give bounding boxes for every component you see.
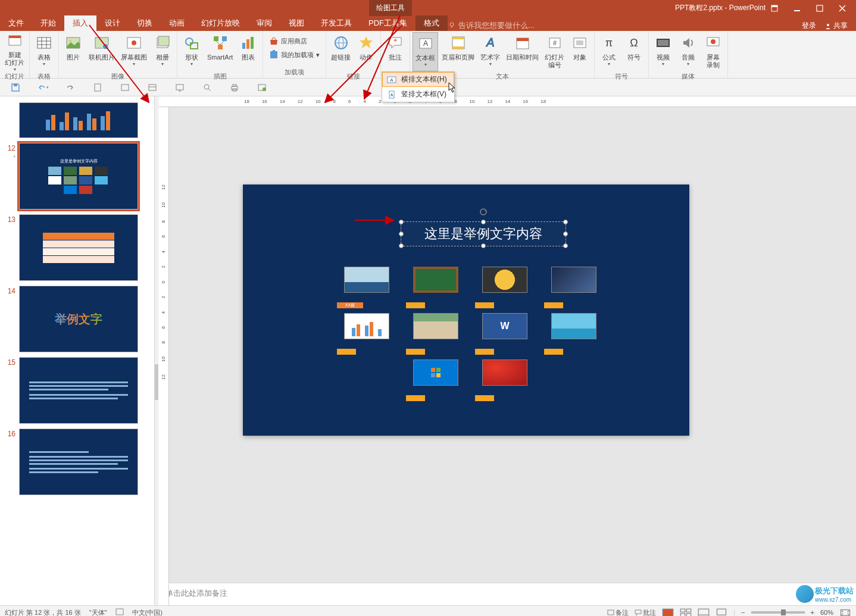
slide-thumbnails-panel[interactable]: 12* 这里是举例文字内容 13 14 举例文字 15 16: [0, 96, 155, 605]
slide-canvas[interactable]: 这里是举例文字内容 XX摄: [243, 185, 689, 436]
share-button[interactable]: 共享: [824, 21, 848, 31]
slide-number-icon: #: [545, 33, 564, 52]
tab-view[interactable]: 视图: [280, 15, 313, 31]
zoom-slider[interactable]: [751, 611, 805, 614]
slide-image[interactable]: [551, 313, 611, 351]
svg-rect-91: [365, 326, 368, 336]
new-slide-button[interactable]: 新建幻灯片▾: [2, 32, 27, 71]
maximize-icon[interactable]: [811, 2, 829, 14]
textbox-button[interactable]: A文本框▾: [413, 32, 438, 71]
resize-handle[interactable]: [399, 220, 404, 224]
minimize-icon[interactable]: [788, 2, 806, 14]
slide-image[interactable]: [482, 359, 542, 398]
table-button[interactable]: 表格▾: [32, 32, 56, 71]
close-icon[interactable]: [833, 2, 851, 14]
svg-rect-104: [663, 609, 673, 616]
selected-textbox[interactable]: 这里是举例文字内容: [401, 221, 566, 246]
ribbon-display-options-icon[interactable]: [766, 2, 783, 14]
lightbulb-icon: [448, 21, 456, 30]
reading-view-button[interactable]: [698, 608, 710, 616]
title-bar: PPT教程2.pptx - PowerPoint 绘图工具: [0, 0, 856, 16]
svg-rect-81: [65, 112, 69, 130]
zoom-level[interactable]: 60%: [820, 609, 833, 616]
slide-image[interactable]: W: [482, 313, 542, 351]
video-icon: [654, 33, 673, 52]
tab-review[interactable]: 审阅: [248, 15, 280, 31]
vertical-textbox-item[interactable]: A 竖排文本框(V): [382, 87, 454, 102]
annotation-arrow: [352, 214, 399, 226]
notes-pane[interactable]: 单击此处添加备注: [158, 583, 856, 605]
slide-image[interactable]: [344, 313, 404, 351]
header-footer-icon: [449, 33, 468, 52]
svg-rect-10: [9, 36, 21, 38]
svg-rect-1: [771, 5, 777, 7]
svg-rect-103: [608, 610, 614, 615]
svg-rect-90: [357, 324, 360, 336]
slide-image[interactable]: [482, 267, 542, 305]
slide-image[interactable]: XX摄: [344, 267, 404, 305]
datetime-button[interactable]: 日期和时间: [504, 32, 541, 71]
thumbnail[interactable]: 12* 这里是举例文字内容: [0, 140, 154, 212]
resize-handle[interactable]: [563, 220, 568, 224]
group-slides-label: 幻灯片: [2, 71, 27, 82]
screen-record-button[interactable]: 屏幕录制: [701, 32, 725, 71]
rotate-handle[interactable]: [479, 204, 488, 212]
slide-number-button[interactable]: #幻灯片编号: [542, 32, 567, 71]
login-link[interactable]: 登录: [802, 21, 816, 31]
tell-me-search[interactable]: 告诉我您想要做什么...: [448, 20, 535, 31]
language-indicator[interactable]: 中文(中国): [132, 608, 163, 617]
video-button[interactable]: 视频▾: [651, 32, 675, 71]
save-button[interactable]: [10, 82, 21, 93]
zoom-slider-thumb[interactable]: [781, 609, 786, 615]
annotation-arrow: [83, 19, 238, 138]
symbol-button[interactable]: Ω符号: [622, 32, 646, 71]
horizontal-textbox-item[interactable]: A 横排文本框(H): [382, 72, 454, 87]
comments-toggle[interactable]: 批注: [635, 608, 656, 617]
resize-handle[interactable]: [399, 232, 404, 236]
slide-image[interactable]: [413, 359, 473, 398]
equation-button[interactable]: π公式▾: [597, 32, 621, 71]
picture-button[interactable]: 图片: [61, 32, 85, 71]
resize-handle[interactable]: [481, 220, 486, 224]
resize-handle[interactable]: [563, 232, 568, 236]
audio-button[interactable]: 音频▾: [676, 32, 700, 71]
equation-icon: π: [599, 33, 618, 52]
redo-button[interactable]: [64, 82, 76, 93]
tab-format[interactable]: 格式: [415, 15, 448, 31]
tab-home[interactable]: 开始: [32, 15, 64, 31]
slide-image[interactable]: [413, 313, 473, 351]
notes-toggle[interactable]: 备注: [607, 608, 629, 617]
wordart-button[interactable]: A艺术字▾: [478, 32, 502, 71]
spellcheck-icon[interactable]: [115, 608, 124, 616]
slide-image[interactable]: [413, 267, 473, 305]
undo-button[interactable]: ▾: [37, 82, 49, 93]
tab-file[interactable]: 文件: [0, 15, 32, 31]
resize-handle[interactable]: [481, 243, 486, 248]
svg-rect-31: [242, 43, 245, 49]
header-footer-button[interactable]: 页眉和页脚: [439, 32, 477, 71]
slideshow-view-button[interactable]: [716, 608, 727, 616]
zoom-out-button[interactable]: −: [741, 609, 745, 616]
svg-rect-44: [452, 37, 464, 39]
resize-handle[interactable]: [563, 243, 568, 248]
screen-record-icon: [704, 33, 723, 52]
textbox-text: 这里是举例文字内容: [424, 225, 542, 243]
thumbnail[interactable]: 15: [0, 355, 154, 426]
horizontal-ruler[interactable]: 18161412108642024681012141618: [158, 96, 856, 107]
resize-handle[interactable]: [399, 243, 404, 248]
thumbnail[interactable]: 16: [0, 426, 154, 498]
slide-image[interactable]: [551, 267, 611, 305]
zoom-in-button[interactable]: +: [811, 609, 814, 616]
store-button[interactable]: 应用商店: [265, 35, 311, 48]
svg-point-6: [450, 23, 454, 26]
object-button[interactable]: 对象: [568, 32, 592, 71]
normal-view-button[interactable]: [662, 608, 674, 616]
thumbnail[interactable]: 14 举例文字: [0, 283, 154, 355]
fit-to-window-button[interactable]: [839, 608, 851, 616]
qat-btn-10[interactable]: [256, 82, 268, 93]
canvas-zone[interactable]: 这里是举例文字内容 XX摄: [158, 107, 856, 583]
thumbnail[interactable]: 13: [0, 212, 154, 283]
sorter-view-button[interactable]: [680, 608, 692, 616]
svg-text:A: A: [390, 93, 393, 97]
chart-button[interactable]: 图表: [236, 32, 260, 71]
